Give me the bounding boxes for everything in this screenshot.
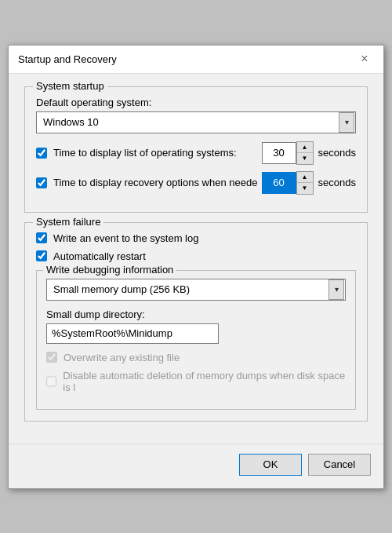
time-recovery-input[interactable] <box>262 172 296 194</box>
default-os-dropdown[interactable]: Windows 10 <box>36 111 356 133</box>
time-display-checkbox-row: Time to display list of operating system… <box>36 147 262 159</box>
time-recovery-seconds: seconds <box>318 177 356 188</box>
system-startup-title: System startup <box>33 80 107 92</box>
time-display-checkbox[interactable] <box>36 148 47 159</box>
write-event-checkbox[interactable] <box>36 232 47 243</box>
time-recovery-spinner: ▲ ▼ <box>262 171 314 195</box>
time-recovery-spinner-buttons: ▲ ▼ <box>296 171 314 195</box>
overwrite-row: Overwrite any existing file <box>46 352 346 363</box>
write-event-label: Write an event to the system log <box>53 232 198 244</box>
time-display-row: Time to display list of operating system… <box>36 141 356 165</box>
time-recovery-label: Time to display recovery options when ne… <box>53 177 257 188</box>
default-os-row: Default operating system: Windows 10 <box>36 97 356 133</box>
small-dump-input[interactable] <box>46 323 219 344</box>
time-display-up-button[interactable]: ▲ <box>297 142 313 153</box>
debug-dropdown-wrapper: Small memory dump (256 KB) <box>46 279 346 301</box>
overwrite-checkbox[interactable] <box>46 352 57 363</box>
disable-auto-delete-label: Disable automatic deletion of memory dum… <box>63 370 346 393</box>
ok-button[interactable]: OK <box>239 454 302 476</box>
startup-recovery-dialog: Startup and Recovery × System startup De… <box>8 45 384 489</box>
time-display-seconds: seconds <box>318 147 356 159</box>
debug-info-group: Write debugging information Small memory… <box>36 270 356 410</box>
time-display-down-button[interactable]: ▼ <box>297 153 313 164</box>
close-button[interactable]: × <box>355 49 374 68</box>
disable-auto-delete-checkbox[interactable] <box>46 376 56 387</box>
time-display-spinner: ▲ ▼ <box>262 141 314 165</box>
time-recovery-checkbox[interactable] <box>36 177 47 188</box>
debug-dropdown[interactable]: Small memory dump (256 KB) <box>46 279 346 301</box>
auto-restart-checkbox[interactable] <box>36 250 47 261</box>
auto-restart-row: Automatically restart <box>36 250 356 262</box>
cancel-button[interactable]: Cancel <box>308 454 371 476</box>
time-recovery-checkbox-row: Time to display recovery options when ne… <box>36 177 262 188</box>
time-recovery-up-button[interactable]: ▲ <box>297 172 313 183</box>
auto-restart-label: Automatically restart <box>53 250 146 262</box>
button-row: OK Cancel <box>9 444 383 488</box>
system-startup-group: System startup Default operating system:… <box>24 86 368 213</box>
title-bar: Startup and Recovery × <box>9 46 383 74</box>
overwrite-label: Overwrite any existing file <box>64 352 180 363</box>
system-failure-group: System failure Write an event to the sys… <box>24 222 368 422</box>
default-os-label: Default operating system: <box>36 97 356 108</box>
dialog-content: System startup Default operating system:… <box>9 74 383 444</box>
time-recovery-row: Time to display recovery options when ne… <box>36 171 356 195</box>
default-os-dropdown-wrapper: Windows 10 <box>36 111 356 133</box>
small-dump-label: Small dump directory: <box>46 308 346 320</box>
time-recovery-down-button[interactable]: ▼ <box>297 183 313 194</box>
time-display-label: Time to display list of operating system… <box>53 147 237 159</box>
debug-info-title: Write debugging information <box>43 264 176 276</box>
disable-auto-delete-row: Disable automatic deletion of memory dum… <box>46 370 346 393</box>
system-failure-title: System failure <box>33 216 103 228</box>
write-event-row: Write an event to the system log <box>36 232 356 244</box>
time-display-input[interactable] <box>262 142 296 164</box>
time-display-spinner-buttons: ▲ ▼ <box>296 141 314 165</box>
dialog-title: Startup and Recovery <box>18 53 117 65</box>
